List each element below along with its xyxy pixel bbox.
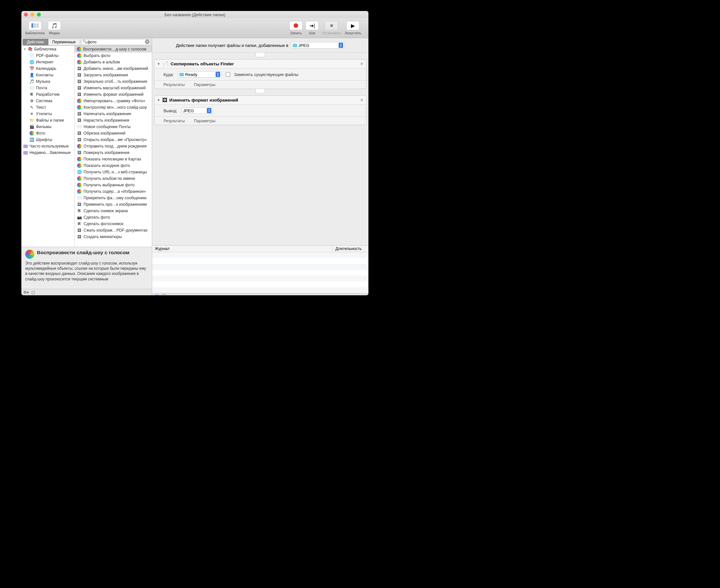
action-list-item[interactable]: 🖼Создать миниатюры: [75, 233, 152, 240]
action-list-item[interactable]: Выбрать фото: [75, 52, 152, 59]
options-tab[interactable]: Параметры: [194, 119, 216, 123]
action-description: Воспроизвести слайд-шоу с голосом Это де…: [21, 247, 152, 289]
search-input[interactable]: [81, 39, 151, 45]
chevron-updown-icon: ▴▾: [339, 43, 343, 48]
action-list-item[interactable]: 📷Сделать фото: [75, 214, 152, 220]
action-list-item[interactable]: 🖼Загрузить изображения: [75, 72, 152, 78]
library-tree-item[interactable]: Недавно…бавленные: [21, 149, 75, 156]
automator-window: Без названия (Действие папки) Библиотека…: [21, 11, 368, 295]
step-button[interactable]: ➔| Шаг: [306, 21, 319, 35]
search-icon: 🔍: [83, 39, 87, 44]
library-icon: [32, 23, 39, 28]
library-tree-item[interactable]: ⚙︎Система: [21, 98, 75, 104]
record-icon: [294, 23, 298, 28]
tab-variables[interactable]: Переменные: [48, 39, 80, 45]
disclosure-triangle-icon[interactable]: ▼: [157, 98, 160, 102]
results-tab[interactable]: Результаты: [163, 82, 185, 87]
action-list-item[interactable]: 🖼Изменить формат изображений: [75, 91, 152, 98]
library-tree-item[interactable]: 📅Календарь: [21, 65, 75, 72]
library-tree-item[interactable]: Фото: [21, 130, 75, 136]
workflow-area[interactable]: ▼ 📄 Скопировать объекты Finder ✕ Куда: R…: [152, 53, 368, 245]
finder-icon: 📄: [162, 61, 169, 67]
action-list-item[interactable]: Показать геопозицию в Картах: [75, 156, 152, 162]
action-list-item[interactable]: Добавить в альбом: [75, 59, 152, 65]
action-list-item[interactable]: ✉️Прикрепить фа…ому сообщению: [75, 195, 152, 201]
photos-icon: [25, 250, 34, 259]
action-list-item[interactable]: 🖼Применить про…к изображениям: [75, 201, 152, 208]
action-list-item[interactable]: 🖼Открыть изобра…ме «Просмотр»: [75, 136, 152, 143]
action-list-item[interactable]: Получить содер…а «Избранное»: [75, 188, 152, 195]
library-tree-item[interactable]: 📁Файлы и папки: [21, 117, 75, 124]
library-panel: Действия Переменные 🔍 ✕ ▼📚Библиотека📄PDF…: [21, 38, 152, 295]
library-button[interactable]: Библиотека: [25, 21, 45, 35]
action-list-item[interactable]: 🖼Нарастить изображения: [75, 117, 152, 124]
library-tree-item[interactable]: ✎Текст: [21, 104, 75, 111]
remove-action-button[interactable]: ✕: [360, 61, 364, 66]
description-title: Воспроизвести слайд-шоу с голосом: [37, 250, 129, 255]
folder-select[interactable]: JPEG ▴▾: [291, 42, 345, 48]
action-list[interactable]: Воспроизвести…д-шоу с голосомВыбрать фот…: [75, 46, 152, 247]
action-change-image-format[interactable]: ▼ 🖼 Изменить формат изображений ✕ Вывод:…: [154, 96, 366, 125]
toolbar: Библиотека 🎵 Медиа Запись ➔| Шаг ■ Остан…: [21, 18, 368, 38]
gear-icon[interactable]: ⚙︎▾: [23, 290, 29, 295]
log-column-duration[interactable]: Длительность: [333, 246, 368, 252]
action-list-item[interactable]: 🖼Сжать изображ…PDF-документах: [75, 227, 152, 233]
workflow-panel: Действие папки получает файлы и папки, д…: [152, 38, 368, 295]
action-list-item[interactable]: 🖼Изменить масштаб изображений: [75, 85, 152, 91]
clear-search-button[interactable]: ✕: [145, 39, 149, 44]
action-copy-finder-items[interactable]: ▼ 📄 Скопировать объекты Finder ✕ Куда: R…: [154, 59, 366, 89]
library-tree-item[interactable]: 🌐Интернет: [21, 59, 75, 65]
log-view-list-icon[interactable]: ▤: [155, 293, 159, 295]
action-list-item[interactable]: 🖼Обрезка изображений: [75, 130, 152, 136]
library-tree-item[interactable]: 📄PDF-файлы: [21, 52, 75, 59]
library-tree-item[interactable]: ✉️Почта: [21, 85, 75, 91]
log-panel: Журнал Длительность ▤ ☰: [152, 245, 368, 295]
library-tree-item[interactable]: Часто используемые: [21, 143, 75, 149]
stop-icon: ■: [325, 21, 338, 30]
library-tree-item[interactable]: 🎵Музыка: [21, 78, 75, 85]
action-list-item[interactable]: Получить альбом по имени: [75, 175, 152, 182]
library-tree-item[interactable]: 🛠Разработчик: [21, 91, 75, 98]
action-list-item[interactable]: Получить выбранные фото: [75, 182, 152, 188]
action-list-item[interactable]: 🖼Зеркально отоб…ть изображения: [75, 78, 152, 85]
action-list-item[interactable]: Импортировать…грамму «Фото»: [75, 98, 152, 104]
log-footer: ▤ ☰: [152, 293, 368, 295]
results-tab[interactable]: Результаты: [163, 119, 185, 123]
log-view-outline-icon[interactable]: ☰: [162, 293, 166, 295]
library-tree[interactable]: ▼📚Библиотека📄PDF-файлы🌐Интернет📅Календар…: [21, 46, 75, 247]
log-column-journal[interactable]: Журнал: [152, 246, 333, 252]
record-button[interactable]: Запись: [289, 21, 302, 35]
remove-action-button[interactable]: ✕: [360, 98, 364, 103]
stop-button[interactable]: ■ Остановить: [322, 21, 341, 35]
chevron-updown-icon: ▴▾: [207, 108, 212, 113]
library-tree-item[interactable]: ✕Утилиты: [21, 111, 75, 117]
action-list-item[interactable]: Отправить позд…днем рождения: [75, 143, 152, 149]
action-list-item[interactable]: 🛠Сделать фотоснимок: [75, 220, 152, 227]
media-button[interactable]: 🎵 Медиа: [48, 21, 61, 35]
format-select[interactable]: JPEG ▴▾: [181, 107, 213, 114]
library-tree-item[interactable]: 👤Контакты: [21, 72, 75, 78]
action-list-item[interactable]: 🖼Повернуть изображения: [75, 149, 152, 156]
toggle-description-icon[interactable]: ▢: [32, 290, 35, 295]
disclosure-triangle-icon[interactable]: ▼: [157, 62, 160, 66]
action-list-item[interactable]: Контроллер мгн…ного слайд-шоу: [75, 104, 152, 111]
action-list-item[interactable]: 🖼Напечатать изображение: [75, 111, 152, 117]
run-button[interactable]: ▶ Запустить: [344, 21, 361, 35]
destination-select[interactable]: Ready ▴▾: [178, 71, 222, 78]
library-tree-item[interactable]: 🔤Шрифты: [21, 136, 75, 143]
action-list-item[interactable]: 🖼Добавить значо…ам изображений: [75, 65, 152, 72]
library-tree-item[interactable]: ▼📚Библиотека: [21, 46, 75, 52]
tab-actions[interactable]: Действия: [23, 39, 48, 45]
action-list-item[interactable]: ✉️Новое сообщение Почты: [75, 124, 152, 130]
media-icon: 🎵: [48, 21, 61, 30]
action-list-item[interactable]: Воспроизвести…д-шоу с голосом: [75, 46, 152, 52]
options-tab[interactable]: Параметры: [194, 82, 216, 87]
action-list-item[interactable]: 🛠Сделать снимок экрана: [75, 208, 152, 214]
actions-variables-segment: Действия Переменные: [23, 39, 80, 45]
description-body: Это действие воспроизводит слайд-шоу с г…: [25, 261, 148, 282]
action-list-item[interactable]: 🌐Получить URL и…з веб-страницы: [75, 169, 152, 175]
library-tree-item[interactable]: 🎬Фильмы: [21, 124, 75, 130]
replace-checkbox[interactable]: [226, 72, 230, 77]
action-list-item[interactable]: Показать исходное фото: [75, 162, 152, 169]
folder-icon: [179, 73, 184, 76]
